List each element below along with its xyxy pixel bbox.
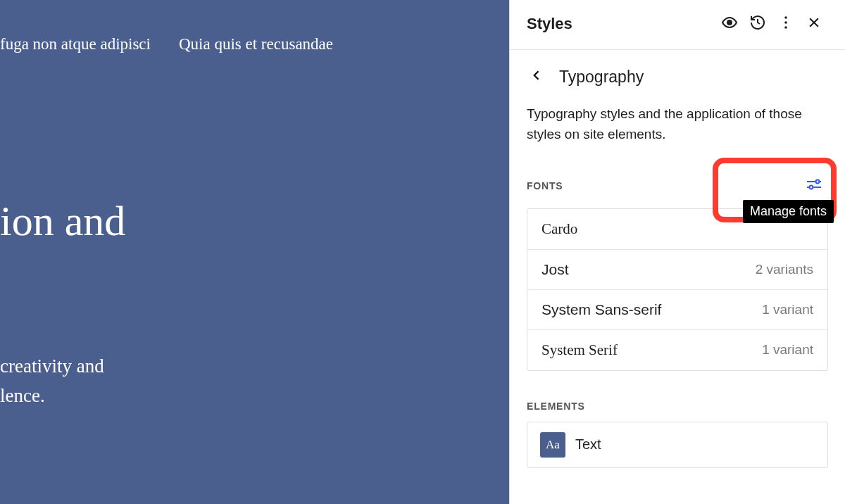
history-icon [749,14,766,34]
breadcrumb: Typography [527,67,828,87]
manage-fonts-tooltip: Manage fonts [743,200,834,223]
font-row-system-sans[interactable]: System Sans-serif 1 variant [527,290,827,330]
elements-section-header: ELEMENTS [527,401,828,412]
stylebook-toggle-button[interactable] [715,10,744,38]
preview-nav-item: fuga non atque adipisci [0,35,151,53]
sliders-icon [806,177,822,195]
styles-sidebar: Styles [510,0,845,504]
manage-fonts-button[interactable]: Manage fonts [800,173,828,199]
element-preview-badge: Aa [540,432,565,458]
preview-hero-text: ion and [0,197,125,246]
fonts-heading: FONTS [527,180,563,191]
font-variant-count: 1 variant [762,342,813,358]
panel-description: Typography styles and the application of… [527,103,828,145]
font-row-system-serif[interactable]: System Serif 1 variant [527,330,827,370]
close-sidebar-button[interactable] [800,10,828,38]
svg-point-3 [784,26,787,29]
back-button[interactable] [527,67,546,87]
svg-point-1 [784,16,787,19]
chevron-left-icon [530,68,544,85]
app-root: fuga non atque adipisci Quia quis et rec… [0,0,845,504]
svg-point-9 [810,185,813,189]
more-options-button[interactable] [772,10,800,38]
font-row-jost[interactable]: Jost 2 variants [527,250,827,290]
font-variant-count: 1 variant [762,302,813,317]
font-name: Jost [542,261,569,278]
preview-nav-item: Quia quis et recusandae [179,35,333,53]
sidebar-title: Styles [527,15,572,33]
preview-nav-row: fuga non atque adipisci Quia quis et rec… [0,35,333,53]
element-row-text[interactable]: Aa Text [527,422,827,467]
close-icon [807,15,821,32]
site-preview-canvas: fuga non atque adipisci Quia quis et rec… [0,0,510,504]
sidebar-header: Styles [510,0,845,50]
fonts-section-header: FONTS Manage fonts [527,173,828,199]
font-list: Cardo Jost 2 variants System Sans-serif … [527,208,828,371]
font-variant-count: 2 variants [756,262,813,277]
svg-point-7 [816,179,820,183]
font-name: System Sans-serif [542,301,661,318]
preview-sub-line: lence. [0,382,104,411]
preview-sub-text: creativity and lence. [0,352,104,411]
elements-heading: ELEMENTS [527,401,585,412]
panel-title: Typography [559,68,644,87]
preview-sub-line: creativity and [0,352,104,382]
revisions-button[interactable] [744,10,772,38]
svg-point-2 [784,21,787,24]
eye-icon [721,14,738,34]
svg-point-0 [727,20,732,25]
element-label: Text [575,436,601,453]
element-list: Aa Text [527,422,828,468]
font-name: Cardo [542,220,577,238]
kebab-icon [777,14,794,34]
font-name: System Serif [542,341,618,359]
sidebar-body: Typography Typography styles and the app… [510,50,845,468]
